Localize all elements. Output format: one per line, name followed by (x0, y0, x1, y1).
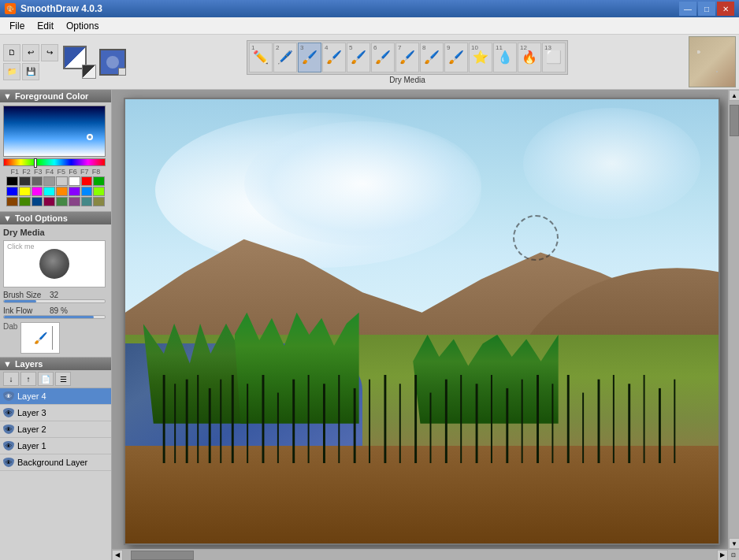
layer-new-btn[interactable]: 📄 (38, 372, 54, 386)
menu-options[interactable]: Options (60, 19, 105, 33)
layer-item-3[interactable]: 👁 Layer 3 (0, 405, 111, 421)
svg-rect-31 (613, 375, 615, 464)
titlebar-controls[interactable]: — □ ✕ (679, 2, 734, 16)
color-gradient[interactable] (3, 106, 106, 157)
swatch-khaki[interactable] (93, 197, 105, 206)
layer-eye-1[interactable]: 👁 (3, 441, 14, 451)
swatch-brown[interactable] (6, 197, 18, 206)
toolbar-decor (689, 36, 736, 87)
tool-brush1[interactable]: 3🖌️ (298, 43, 321, 72)
ink-flow-label: Ink Flow (3, 306, 46, 315)
foreground-color-header[interactable]: ▼ Foreground Color (0, 90, 111, 102)
canvas-viewport[interactable] (112, 90, 728, 549)
tool-options-header[interactable]: ▼ Tool Options (0, 212, 111, 224)
scroll-track-right[interactable] (729, 101, 739, 538)
hue-indicator (34, 158, 37, 168)
swatch-blue[interactable] (6, 187, 18, 196)
redo-button[interactable]: ↪ (41, 44, 58, 61)
swatch-cyan[interactable] (43, 187, 55, 196)
tool-brush5[interactable]: 7🖌️ (395, 43, 419, 72)
hue-bar[interactable] (3, 158, 106, 166)
tool-brush3[interactable]: 5🖌️ (347, 43, 370, 72)
tool-brush4[interactable]: 6🖌️ (371, 43, 395, 72)
tool-brush7[interactable]: 9🖌️ (444, 43, 468, 72)
layer-item-4[interactable]: 👁 Layer 4 (0, 388, 111, 405)
scroll-down-btn[interactable]: ▼ (729, 538, 739, 549)
brush-preview-area[interactable]: Click me (3, 240, 106, 287)
swatch-olive[interactable] (19, 197, 31, 206)
open-button[interactable]: 📁 (3, 63, 20, 80)
swatch-mid[interactable] (43, 176, 55, 186)
swatch-yellow[interactable] (19, 187, 31, 196)
svg-rect-18 (414, 375, 417, 464)
tool-pencil[interactable]: 1✏️ (249, 43, 273, 72)
tool-brush2[interactable]: 4🖌️ (322, 43, 346, 72)
layers-header[interactable]: ▼ Layers (0, 358, 111, 370)
scroll-thumb-bottom[interactable] (131, 551, 194, 560)
svg-rect-1 (174, 384, 176, 464)
dab-preview[interactable]: 🖌️ (20, 322, 60, 354)
swatch-purple[interactable] (69, 187, 80, 196)
scroll-right-btn[interactable]: ▶ (717, 550, 728, 561)
layer-menu-btn[interactable]: ☰ (55, 372, 71, 386)
brush-size-slider[interactable] (3, 299, 106, 303)
swatch-navy[interactable] (32, 197, 43, 206)
swatch-gray[interactable] (32, 176, 43, 186)
layer-item-bg[interactable]: 👁 Background Layer (0, 454, 111, 471)
minimize-button[interactable]: — (679, 2, 696, 16)
swatch-dark[interactable] (19, 176, 31, 186)
canvas-painting[interactable] (124, 98, 720, 545)
preset-label-f8: F8 (91, 168, 102, 176)
swatch-green[interactable] (93, 176, 105, 186)
tool-special[interactable]: 12🔥 (518, 43, 541, 72)
tool-eraser[interactable]: 13⬜ (542, 43, 566, 72)
canvas-scroll-area: ▲ ▼ (112, 90, 739, 549)
close-button[interactable]: ✕ (717, 2, 734, 16)
bg-color-swatch[interactable] (82, 65, 96, 79)
layer-item-1[interactable]: 👁 Layer 1 (0, 438, 111, 454)
maximize-button[interactable]: □ (698, 2, 715, 16)
color-selector[interactable] (63, 46, 96, 79)
preset-label-f3: F3 (33, 168, 44, 176)
layer-eye-4[interactable]: 👁 (3, 391, 14, 401)
tool-star[interactable]: 10⭐ (469, 43, 492, 72)
tool-water[interactable]: 11💧 (493, 43, 517, 72)
swatch-maroon[interactable] (43, 197, 55, 206)
layer-eye-2[interactable]: 👁 (3, 425, 14, 434)
swatch-teal[interactable] (81, 197, 93, 206)
tool-brush6[interactable]: 8🖌️ (420, 43, 444, 72)
swatch-sage[interactable] (56, 197, 68, 206)
swatch-mauve[interactable] (69, 197, 80, 206)
scroll-left-btn[interactable]: ◀ (112, 550, 123, 561)
menu-edit[interactable]: Edit (31, 19, 60, 33)
swatch-light[interactable] (56, 176, 68, 186)
swatch-white[interactable] (69, 176, 80, 186)
layer-name-2: Layer 2 (17, 425, 46, 434)
svg-rect-4 (208, 388, 210, 464)
cloud-center (244, 121, 481, 246)
swatch-black[interactable] (6, 176, 18, 186)
layer-up-btn[interactable]: ↑ (20, 372, 36, 386)
tool-pen[interactable]: 2🖊️ (273, 43, 297, 72)
color-picker-dot[interactable] (87, 134, 93, 140)
swatch-magenta[interactable] (32, 187, 43, 196)
front-reeds (155, 375, 689, 464)
scroll-up-btn[interactable]: ▲ (729, 90, 739, 101)
new-button[interactable]: 🗋 (3, 44, 20, 61)
tools-icons-row: 1✏️ 2🖊️ 3🖌️ 4🖌️ 5🖌️ 6🖌️ 7🖌️ 8🖌️ 9🖌️ 10⭐ … (247, 40, 568, 75)
layer-item-2[interactable]: 👁 Layer 2 (0, 421, 111, 438)
save-button[interactable]: 💾 (22, 63, 39, 80)
layer-eye-3[interactable]: 👁 (3, 408, 14, 417)
brush-preview-btn[interactable] (99, 49, 126, 76)
swatch-skyblue[interactable] (81, 187, 93, 196)
swatch-orange[interactable] (56, 187, 68, 196)
ink-flow-slider[interactable] (3, 315, 106, 319)
undo-button[interactable]: ↩ (22, 44, 39, 61)
scroll-thumb-right[interactable] (730, 105, 739, 136)
menu-file[interactable]: File (3, 19, 31, 33)
swatch-red[interactable] (81, 176, 93, 186)
layer-eye-bg[interactable]: 👁 (3, 458, 14, 467)
swatch-lime[interactable] (93, 187, 105, 196)
scroll-track-bottom[interactable] (123, 550, 717, 560)
layer-down-btn[interactable]: ↓ (3, 372, 19, 386)
